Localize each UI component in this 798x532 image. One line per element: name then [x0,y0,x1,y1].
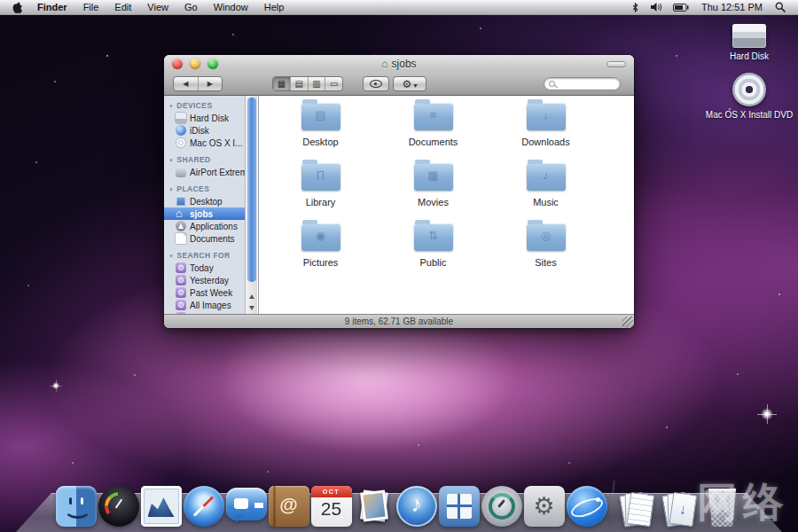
scrollbar-thumb[interactable] [247,98,256,282]
address-book-icon [269,486,309,527]
menu-edit[interactable]: Edit [106,0,139,15]
dock-item-address-book[interactable] [268,482,309,527]
sidebar-item-yesterday[interactable]: Yesterday [164,274,245,286]
desktop: Finder File Edit View Go Window Help Thu… [0,0,798,532]
menu-file[interactable]: File [75,0,107,15]
menu-bar: Finder File Edit View Go Window Help Thu… [0,0,798,15]
search-input[interactable] [544,77,621,90]
menu-window[interactable]: Window [206,0,256,15]
folder-documents[interactable]: ≡Documents [377,98,489,158]
sidebar-item-idisk[interactable]: iDisk [164,124,245,137]
dock-item-ichat[interactable] [225,482,267,527]
folder-library[interactable]: ΠLibrary [264,158,377,218]
dashboard-icon [98,486,139,527]
search-icon [549,81,555,87]
menu-clock[interactable]: Thu 12:51 PM [694,0,770,15]
folder-glyph: ◉ [301,229,340,242]
folder-desktop[interactable]: ▤Desktop [264,98,377,158]
dock-item-dashboard[interactable] [98,482,139,527]
chevron-down-icon [413,77,417,90]
desktop-icon-hard-disk[interactable]: Hard Disk [715,24,784,61]
sidebar-item-desktop[interactable]: Desktop [164,195,245,207]
coverflow-view-button[interactable] [325,77,342,90]
window-titlebar[interactable]: sjobs [164,55,634,73]
app-menu-finder[interactable]: Finder [29,0,75,15]
sidebar-item-applications[interactable]: Applications [164,220,245,232]
documents-stack-icon [617,486,658,527]
spotlight-icon[interactable] [770,0,791,15]
dock-item-system-preferences[interactable] [523,482,565,527]
battery-icon[interactable] [668,0,694,15]
dock-item-safari[interactable] [183,482,224,527]
icon-view-button[interactable] [273,77,290,90]
finder-window: sjobs DEVICES Hard Disk [164,55,634,328]
smart-folder-icon [176,300,186,310]
dock-item-finder[interactable] [55,482,97,527]
dock-item-spaces[interactable] [438,482,480,527]
front-row-icon [567,486,607,527]
devices-header[interactable]: DEVICES [164,99,245,112]
mail-icon [141,486,182,527]
dock-item-documents-stack[interactable] [616,482,658,527]
column-view-button[interactable] [308,77,325,90]
close-button[interactable] [172,59,183,69]
hard-disk-icon [176,113,186,123]
folder-sites[interactable]: ◎Sites [489,218,602,278]
quick-look-button[interactable] [363,76,389,91]
system-preferences-icon [524,486,565,527]
folder-icon: ↓ [527,103,566,130]
resize-grip[interactable] [622,317,633,327]
search-for-header[interactable]: SEARCH FOR [164,249,245,262]
menu-help[interactable]: Help [256,0,293,15]
folder-icon: ≡ [414,103,453,130]
folder-public[interactable]: ⇅Public [377,218,489,278]
volume-icon[interactable] [645,0,668,15]
dock-item-downloads-stack[interactable] [659,482,700,527]
bluetooth-icon[interactable] [626,0,645,15]
sidebar-section-search-for: SEARCH FOR Today Yesterday Past Week All… [164,249,245,314]
minimize-button[interactable] [190,59,200,69]
sidebar-item-hard-disk[interactable]: Hard Disk [164,112,245,124]
scroll-down-arrow[interactable] [249,306,254,310]
forward-button[interactable] [198,77,223,90]
ical-day: 25 [311,498,352,520]
desktop-icon-install-dvd[interactable]: Mac OS X Install DVD [700,73,798,120]
folder-glyph: ▦ [414,168,453,182]
scroll-up-arrow[interactable] [249,294,254,299]
dock-item-mail[interactable] [140,482,182,527]
sidebar-item-all-images[interactable]: All Images [164,299,245,311]
back-button[interactable] [174,77,198,90]
sidebar-item-past-week[interactable]: Past Week [164,286,245,299]
dock-item-itunes[interactable] [395,482,437,527]
dock-item-ical[interactable]: OCT 25 [310,482,352,527]
apple-menu-icon[interactable] [7,0,29,15]
sidebar-scrollbar[interactable] [245,96,257,314]
places-header[interactable]: PLACES [164,183,245,195]
folder-icon: ⇅ [414,223,453,251]
applications-icon [176,221,186,231]
sidebar-item-airport-extreme[interactable]: AirPort Extreme [164,166,245,178]
dock-items: OCT 25 [55,481,743,527]
menu-view[interactable]: View [139,0,176,15]
folder-movies[interactable]: ▦Movies [377,158,489,218]
dock-item-front-row[interactable] [566,482,607,527]
sidebar-item-install-disk[interactable]: Mac OS X I... [164,137,245,149]
folder-downloads[interactable]: ↓Downloads [489,98,602,158]
list-view-button[interactable] [290,77,308,90]
menu-go[interactable]: Go [176,0,206,15]
folder-glyph: ♪ [527,168,566,182]
safari-icon [184,486,224,527]
dock-item-time-machine[interactable] [481,482,522,527]
action-menu-button[interactable] [393,76,426,91]
smart-folder-icon [176,287,186,298]
folder-music[interactable]: ♪Music [489,158,602,218]
dock-item-preview[interactable] [353,482,395,527]
sidebar-item-today[interactable]: Today [164,262,245,274]
shared-header[interactable]: SHARED [164,153,245,166]
folder-pictures[interactable]: ◉Pictures [264,218,377,278]
sidebar-item-sjobs[interactable]: sjobs [164,207,245,220]
navigation-buttons [173,76,223,91]
toolbar-toggle-button[interactable] [606,61,626,67]
zoom-button[interactable] [207,59,218,69]
sidebar-item-documents[interactable]: Documents [164,232,245,245]
